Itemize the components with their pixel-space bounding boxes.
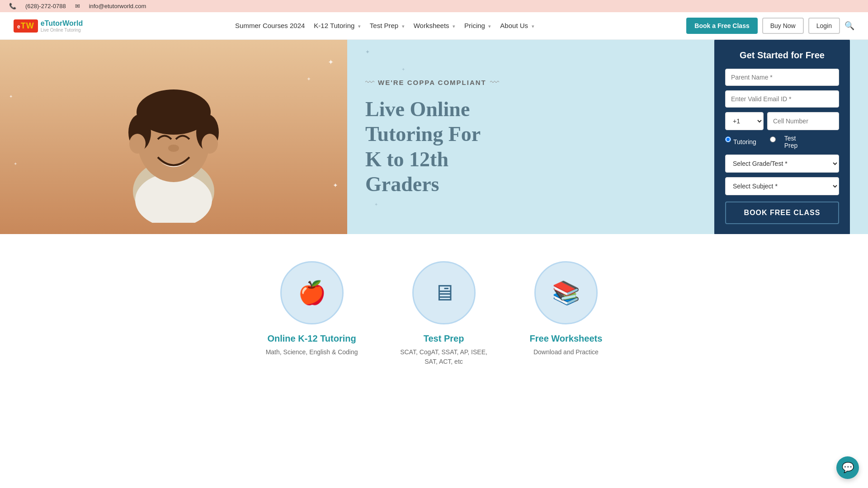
hero-content: ✦ ✦ ✦ 〰 WE'RE COPPA COMPLIANT 〰 Live Onl… [347,40,868,234]
country-code-select[interactable]: +1 +44 +61 +91 +86 [725,112,764,130]
svg-point-7 [168,145,179,152]
card-test-prep[interactable]: 🖥 Test Prep SCAT, CogAT, SSAT, AP, ISEE,… [394,261,494,366]
search-button[interactable]: 🔍 [844,21,854,31]
phone-icon: 📞 [9,3,16,9]
nav-item-about[interactable]: About Us [500,22,534,30]
nav-item-summer[interactable]: Summer Courses 2024 [235,22,305,30]
hero-title: Live Online Tutoring For K to 12th Grade… [365,97,705,197]
deco-star-c: ✦ [374,202,378,207]
hero-image-placeholder: ✦ ✦ ✦ ✦ ✦ [0,40,347,234]
deco-star-b: ✦ [401,67,405,72]
svg-point-9 [202,134,218,154]
coppa-deco-right: 〰 [490,77,499,88]
buy-now-button[interactable]: Buy Now [762,18,804,34]
nav-actions: Book a Free Class Buy Now Login 🔍 [686,18,854,34]
nav-item-pricing[interactable]: Pricing [464,22,491,30]
tutoring-title: Online K-12 Tutoring [266,333,358,344]
hero-text-area: 〰 WE'RE COPPA COMPLIANT 〰 Live Online Tu… [365,77,714,197]
worksheets-circle: 📚 [534,261,598,324]
test-prep-desc: SCAT, CogAT, SSAT, AP, ISEE, SAT, ACT, e… [394,347,494,366]
phone-link[interactable]: (628)-272-0788 [25,3,66,9]
card-tutoring[interactable]: 🍎 Online K-12 Tutoring Math, Science, En… [266,261,358,366]
radio-test-prep[interactable] [764,136,782,142]
book-free-class-button[interactable]: Book a Free Class [686,18,757,34]
tutoring-circle: 🍎 [280,261,344,324]
logo[interactable]: eTW eTutorWorld Live Online Tutoring [14,19,83,33]
radio-row: Tutoring Test Prep [725,135,839,149]
worksheets-title: Free Worksheets [530,333,603,344]
tutoring-desc: Math, Science, English & Coding [266,347,358,357]
radio-test-prep-label[interactable]: Test Prep [764,135,798,149]
nav-item-k12[interactable]: K-12 Tutoring [314,22,361,30]
child-svg [115,51,232,223]
hero-section: ✦ ✦ ✦ ✦ ✦ ✦ ✦ ✦ 〰 WE'RE COPPA COMPLIANT … [0,40,868,234]
cell-number-input[interactable] [767,112,839,130]
nav-links: Summer Courses 2024 K-12 Tutoring Test P… [235,22,534,30]
email-input[interactable] [725,90,839,108]
test-prep-circle: 🖥 [412,261,476,324]
subject-select[interactable]: Select Subject *MathScienceEnglishCoding… [725,177,839,195]
star-deco-2: ✦ [307,76,311,82]
email-link[interactable]: info@etutorworld.com [89,3,146,9]
navbar: eTW eTutorWorld Live Online Tutoring Sum… [0,12,868,40]
logo-badge: eTW [14,19,38,33]
nav-item-testprep[interactable]: Test Prep [370,22,405,30]
star-deco-5: ✦ [14,161,17,166]
coppa-deco-left: 〰 [365,77,374,88]
phone-row: +1 +44 +61 +91 +86 [725,112,839,130]
cards-section: 🍎 Online K-12 Tutoring Math, Science, En… [0,234,868,394]
star-deco-3: ✦ [9,94,13,99]
test-prep-icon: 🖥 [433,280,455,306]
hero-image: ✦ ✦ ✦ ✦ ✦ [0,40,347,234]
book-free-class-submit-button[interactable]: BOOK FREE CLASS [725,202,839,224]
coppa-badge: 〰 WE'RE COPPA COMPLIANT 〰 [365,77,705,88]
worksheets-icon: 📚 [552,280,580,306]
worksheets-desc: Download and Practice [530,347,603,357]
grade-select[interactable]: Select Grade/Test *Grade KGrade 1Grade 2… [725,155,839,173]
test-prep-title: Test Prep [394,333,494,344]
nav-item-worksheets[interactable]: Worksheets [414,22,455,30]
deco-star-a: ✦ [365,49,370,55]
radio-tutoring-label[interactable]: Tutoring [725,136,756,147]
logo-subtitle: Live Online Tutoring [41,28,83,33]
tutoring-icon: 🍎 [298,280,326,306]
card-worksheets[interactable]: 📚 Free Worksheets Download and Practice [530,261,603,366]
logo-name: eTutorWorld [41,19,83,27]
parent-name-input[interactable] [725,69,839,86]
form-title: Get Started for Free [725,50,839,61]
radio-tutoring[interactable] [725,136,731,142]
star-deco-1: ✦ [328,58,334,66]
top-bar: 📞 (628)-272-0788 ✉ info@etutorworld.com [0,0,868,12]
star-deco-4: ✦ [333,182,338,189]
svg-point-8 [129,134,146,154]
signup-form-card: Get Started for Free +1 +44 +61 +91 +86 … [714,40,850,234]
coppa-text: WE'RE COPPA COMPLIANT [378,79,486,86]
email-icon: ✉ [75,3,80,9]
login-button[interactable]: Login [808,18,840,34]
logo-text-area: eTutorWorld Live Online Tutoring [41,19,83,33]
